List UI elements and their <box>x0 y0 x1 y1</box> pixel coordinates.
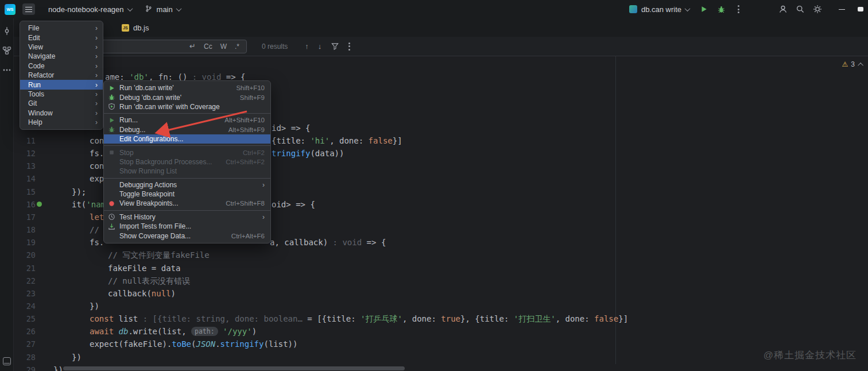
menu-item-show-running-list[interactable]: Show Running List <box>104 167 270 176</box>
menu-item-label: Import Tests from File... <box>119 222 191 230</box>
empty-icon-slot <box>107 232 116 240</box>
menu-item-file[interactable]: File› <box>20 24 103 33</box>
settings-button[interactable] <box>811 2 824 16</box>
debug-dim-icon <box>107 126 116 134</box>
menu-item-stop-background-processes[interactable]: Stop Background Processes...Ctrl+Shift+F… <box>104 157 270 167</box>
menu-item-debug[interactable]: Debug...Alt+Shift+F9 <box>104 125 270 134</box>
debug-icon <box>107 94 116 102</box>
chevron-down-icon <box>685 6 691 11</box>
more-run-actions-button[interactable] <box>731 2 745 16</box>
commit-tool-icon[interactable] <box>2 26 11 36</box>
menu-item-shortcut: Ctrl+F2 <box>243 149 265 156</box>
minimize-button[interactable] <box>835 2 848 16</box>
menu-item-shortcut: Ctrl+Alt+F6 <box>231 233 265 239</box>
debug-button[interactable] <box>714 2 728 16</box>
kebab-icon <box>738 5 739 13</box>
menu-item-label: Show Coverage Data... <box>119 232 191 240</box>
tab-db-js[interactable]: JS db.js <box>115 18 156 37</box>
chevron-up-icon <box>858 62 863 68</box>
bottom-panel-icon[interactable] <box>3 357 11 365</box>
warning-icon: ⚠ <box>842 60 848 68</box>
menu-item-shortcut: Alt+Shift+F10 <box>224 117 265 123</box>
menu-item-git[interactable]: Git› <box>20 99 103 108</box>
search-everywhere-button[interactable] <box>793 2 807 16</box>
warning-count: 3 <box>851 60 855 68</box>
minimize-icon <box>839 9 845 10</box>
menu-item-navigate[interactable]: Navigate› <box>20 52 103 61</box>
menu-item-help[interactable]: Help› <box>20 118 103 127</box>
chevron-down-icon <box>127 6 133 11</box>
search-results-count: 0 results <box>262 42 288 51</box>
submenu-arrow-icon: › <box>262 181 265 188</box>
more-tools-icon[interactable] <box>2 65 11 75</box>
ide-window: WS node-notebook-reagen main db <box>0 0 868 371</box>
search-more-options-button[interactable] <box>348 42 350 51</box>
tab-bar: JS db.js <box>14 18 868 37</box>
menu-item-debugging-actions[interactable]: Debugging Actions› <box>104 180 270 190</box>
menu-item-stop[interactable]: StopCtrl+F2 <box>104 148 270 157</box>
project-widget[interactable]: node-notebook-reagen <box>44 3 136 16</box>
submenu-arrow-icon: › <box>95 63 98 69</box>
menu-item-label: Edit Configurations... <box>119 135 183 143</box>
left-tool-stripe <box>0 18 14 371</box>
empty-icon-slot <box>107 135 116 143</box>
run-config-name: db.can write <box>641 5 681 14</box>
menu-item-view[interactable]: View› <box>20 42 103 52</box>
menu-item-code[interactable]: Code› <box>20 61 103 71</box>
menu-item-import-tests-from-file[interactable]: Import Tests from File... <box>104 222 270 231</box>
menu-item-label: Help <box>28 118 95 126</box>
menu-item-label: Test History <box>119 213 156 221</box>
menu-item-toggle-breakpoint[interactable]: Toggle Breakpoint <box>104 190 270 199</box>
user-account-button[interactable] <box>776 2 790 16</box>
horizontal-scrollbar[interactable] <box>63 366 405 370</box>
run-config-selector[interactable]: db.can write <box>625 3 693 16</box>
menu-item-label: Debug 'db.can write' <box>119 94 181 102</box>
newline-icon[interactable]: ↵ <box>189 42 196 50</box>
previous-occurrence-button[interactable]: ↑ <box>305 42 309 51</box>
regex-toggle[interactable]: .* <box>235 43 239 50</box>
run-icon <box>107 84 116 92</box>
submenu-arrow-icon: › <box>262 214 265 221</box>
menu-item-show-coverage-data[interactable]: Show Coverage Data...Ctrl+Alt+F6 <box>104 231 270 240</box>
empty-icon-slot <box>107 181 116 189</box>
run-submenu: Run 'db.can write'Shift+F10Debug 'db.can… <box>103 80 271 244</box>
branch-widget[interactable]: main <box>141 3 185 16</box>
funnel-icon <box>331 42 339 51</box>
submenu-arrow-icon: › <box>95 34 98 41</box>
empty-icon-slot <box>107 190 116 198</box>
menu-item-shortcut: Ctrl+Shift+F8 <box>226 200 265 207</box>
gear-icon <box>813 5 822 14</box>
menu-item-test-history[interactable]: Test History› <box>104 212 270 222</box>
match-case-toggle[interactable]: Cc <box>204 43 212 50</box>
inspections-widget[interactable]: ⚠ 3 <box>842 60 863 68</box>
submenu-arrow-icon: › <box>95 119 98 126</box>
menu-item-tools[interactable]: Tools› <box>20 90 103 99</box>
whole-words-toggle[interactable]: W <box>220 43 227 50</box>
menu-item-run-db-can-write[interactable]: Run 'db.can write'Shift+F10 <box>104 83 270 92</box>
menu-item-edit-configurations[interactable]: Edit Configurations... <box>104 134 270 144</box>
structure-tool-icon[interactable] <box>2 46 11 55</box>
empty-icon-slot <box>107 158 116 166</box>
main-menu-button[interactable] <box>22 3 35 15</box>
window-control-partial[interactable] <box>858 7 863 11</box>
menu-item-refactor[interactable]: Refactor› <box>20 71 103 80</box>
run-button[interactable] <box>697 2 711 16</box>
submenu-arrow-icon: › <box>95 53 98 60</box>
submenu-arrow-icon: › <box>95 25 98 32</box>
menu-item-label: Stop Background Processes... <box>119 158 212 166</box>
menu-item-label: Refactor <box>28 71 95 79</box>
filter-search-button[interactable] <box>331 42 339 51</box>
menu-separator <box>104 210 270 211</box>
menu-item-window[interactable]: Window› <box>20 109 103 118</box>
next-occurrence-button[interactable]: ↓ <box>318 42 322 51</box>
menu-item-label: Window <box>28 109 95 117</box>
menu-item-label: Run... <box>119 116 138 124</box>
menu-item-label: Tools <box>28 90 95 98</box>
menu-item-run[interactable]: Run› <box>20 80 103 89</box>
menu-item-view-breakpoints[interactable]: View Breakpoints...Ctrl+Shift+F8 <box>104 199 270 208</box>
menu-item-edit[interactable]: Edit› <box>20 33 103 42</box>
menu-item-run[interactable]: Run...Alt+Shift+F10 <box>104 115 270 125</box>
menu-item-run-db-can-write-with-coverage[interactable]: Run 'db.can write' with Coverage <box>104 102 270 111</box>
menu-item-debug-db-can-write[interactable]: Debug 'db.can write'Shift+F9 <box>104 92 270 102</box>
submenu-arrow-icon: › <box>95 44 98 51</box>
